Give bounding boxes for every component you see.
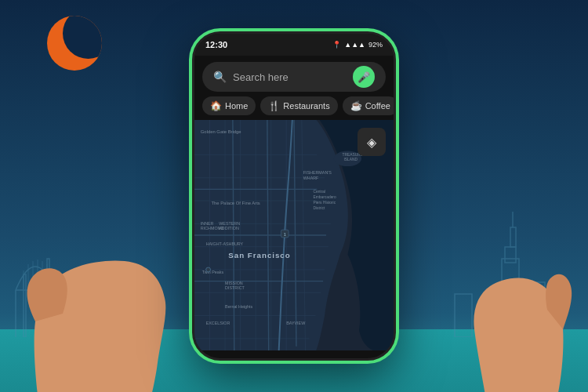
chips-row: 🏠 Home 🍴 Restaurants ☕ Coffee 🍺 B bbox=[194, 96, 394, 120]
location-icon: 📍 bbox=[332, 41, 341, 49]
chip-coffee[interactable]: ☕ Coffee bbox=[343, 96, 394, 115]
layer-button[interactable]: ◈ bbox=[358, 128, 386, 156]
restaurant-icon: 🍴 bbox=[268, 100, 280, 111]
search-icon: 🔍 bbox=[213, 71, 227, 83]
svg-text:San Francisco: San Francisco bbox=[228, 251, 290, 260]
svg-text:1: 1 bbox=[284, 233, 286, 237]
signal-icon: ▲▲▲ bbox=[344, 41, 365, 49]
svg-text:WHARF: WHARF bbox=[303, 176, 319, 180]
mic-icon: 🎤 bbox=[358, 71, 370, 83]
svg-text:DISTRICT: DISTRICT bbox=[225, 285, 245, 290]
home-icon: 🏠 bbox=[210, 100, 222, 111]
mic-button[interactable]: 🎤 bbox=[353, 66, 375, 88]
hand-left bbox=[16, 133, 196, 392]
chip-restaurants-label: Restaurants bbox=[283, 101, 329, 111]
svg-text:Golden Gate Bridge: Golden Gate Bridge bbox=[201, 129, 241, 134]
chip-restaurants[interactable]: 🍴 Restaurants bbox=[260, 96, 337, 115]
svg-text:FISHERMAN'S: FISHERMAN'S bbox=[303, 170, 332, 175]
phone: 12:30 📍 ▲▲▲ 92% 🔍 Search here 🎤 🏠 Home 🍴 bbox=[192, 31, 396, 361]
svg-text:HAIGHT-ASHBURY: HAIGHT-ASHBURY bbox=[206, 241, 244, 246]
status-time: 12:30 bbox=[205, 40, 227, 49]
svg-text:Twin Peaks: Twin Peaks bbox=[202, 270, 224, 274]
map-area[interactable]: 1 San Francisco Golden Gate Bridge The P… bbox=[194, 120, 394, 350]
chip-coffee-label: Coffee bbox=[365, 101, 390, 111]
svg-text:The Palace Of Fine Arts: The Palace Of Fine Arts bbox=[211, 201, 260, 205]
layers-icon: ◈ bbox=[367, 135, 376, 150]
search-placeholder: Search here bbox=[233, 71, 347, 83]
svg-text:Central: Central bbox=[313, 190, 325, 194]
svg-text:Bernal Heights: Bernal Heights bbox=[225, 304, 252, 309]
status-icons: 📍 ▲▲▲ 92% bbox=[332, 41, 383, 49]
moon bbox=[47, 16, 102, 71]
chip-home-label: Home bbox=[225, 101, 248, 111]
svg-text:District: District bbox=[313, 206, 325, 210]
svg-text:Embarcadero: Embarcadero bbox=[313, 195, 336, 199]
battery-text: 92% bbox=[368, 41, 383, 49]
svg-text:Piers Historic: Piers Historic bbox=[313, 201, 336, 205]
svg-text:BAYVIEW: BAYVIEW bbox=[286, 321, 306, 325]
status-bar: 12:30 📍 ▲▲▲ 92% bbox=[194, 34, 394, 56]
phone-body: 12:30 📍 ▲▲▲ 92% 🔍 Search here 🎤 🏠 Home 🍴 bbox=[192, 31, 396, 361]
coffee-icon: ☕ bbox=[350, 100, 362, 111]
search-bar[interactable]: 🔍 Search here 🎤 bbox=[202, 62, 386, 92]
svg-text:EXCELSIOR: EXCELSIOR bbox=[206, 321, 230, 325]
svg-point-69 bbox=[206, 267, 211, 272]
svg-text:ISLAND: ISLAND bbox=[344, 158, 358, 162]
hand-right bbox=[423, 165, 580, 392]
svg-text:ADDITION: ADDITION bbox=[219, 226, 239, 230]
chip-home[interactable]: 🏠 Home bbox=[202, 96, 256, 115]
